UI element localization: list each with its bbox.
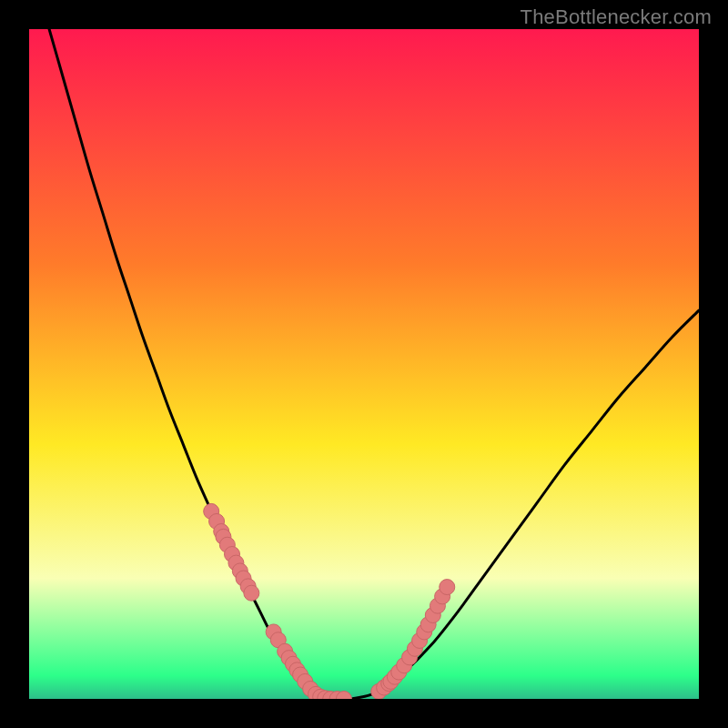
attribution-label: TheBottlenecker.com xyxy=(521,5,712,29)
data-point xyxy=(440,580,455,595)
gradient-bg xyxy=(29,29,699,699)
chart-frame: TheBottlenecker.com xyxy=(0,0,728,728)
data-point xyxy=(244,585,259,601)
plot-area xyxy=(29,29,699,699)
chart-svg xyxy=(29,29,699,699)
